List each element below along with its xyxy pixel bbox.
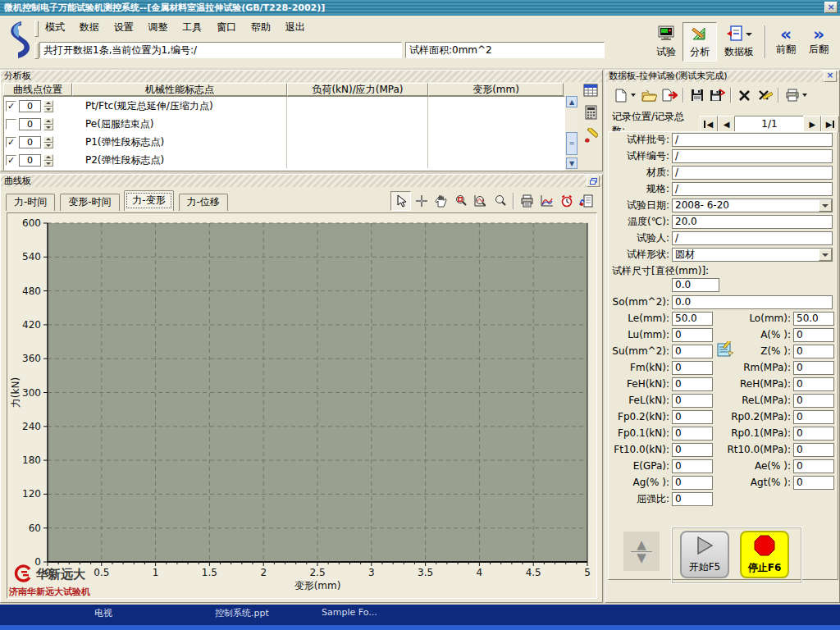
new-record-button[interactable] [610,85,631,105]
analysis-view-button[interactable]: 分析 [682,22,717,62]
taskbar-item[interactable]: 控制系统.ppt [215,607,269,619]
zoom-out-button[interactable] [491,192,509,210]
curve-report-button[interactable] [577,192,596,210]
fp02-field[interactable]: 0 [672,410,713,424]
test-date-select[interactable]: 2008- 6-20 [672,199,833,212]
menu-settings[interactable]: 设置 [108,21,139,34]
print-report-button[interactable] [782,85,802,105]
zoom-in-region-button[interactable] [451,192,470,210]
position-spinner[interactable]: 0 [19,100,41,112]
lo-field[interactable]: 50.0 [793,312,834,326]
tab-force-displacement[interactable]: 力-位移 [179,194,228,211]
agt-field[interactable]: 0 [793,476,834,490]
window-close-button[interactable]: × [824,2,838,13]
open-record-button[interactable] [639,85,660,105]
shape-dropdown-icon[interactable] [819,249,832,261]
ae-field[interactable]: 0 [793,459,834,473]
curve-overlay-button[interactable] [537,192,556,210]
specimen-no-field[interactable]: / [672,149,833,163]
ft10-field[interactable]: 0 [672,443,713,457]
taskbar-item[interactable]: 电视 [94,607,112,619]
scroll-down-icon[interactable]: ▼ [566,158,578,169]
reh-field[interactable]: 0 [793,377,834,391]
rel-field[interactable]: 0 [793,394,834,408]
shape-select[interactable]: 圆材 [672,248,833,262]
next-page-button[interactable]: » 后翻 [802,23,835,61]
menu-data[interactable]: 数据 [74,21,105,34]
menu-adjust[interactable]: 调整 [142,21,173,34]
save-as-button[interactable] [707,85,728,105]
menu-window[interactable]: 窗口 [211,21,242,34]
data-panel-close-button[interactable]: × [824,71,837,82]
delete-all-button[interactable] [755,85,775,105]
export-record-button[interactable] [660,85,680,105]
crosshair-tool-button[interactable] [412,192,431,210]
row-checkbox[interactable] [6,101,16,112]
edit-pencil-icon[interactable] [583,128,598,145]
timer-tool-button[interactable] [557,192,576,210]
operator-field[interactable]: / [672,231,833,245]
su-field[interactable]: 0 [672,345,713,358]
position-spinner[interactable]: 0 [19,118,41,130]
prev-record-button[interactable]: ◀ [718,116,736,132]
rm-field[interactable]: 0 [793,361,834,375]
new-record-caret[interactable] [631,94,636,97]
next-record-button[interactable]: ▶ [803,116,821,132]
spinner-buttons[interactable] [43,100,53,112]
fm-field[interactable]: 0 [672,361,713,375]
scroll-up-icon[interactable]: ▲ [566,96,578,107]
crosshead-jog-button[interactable]: ▲ ▼ [623,532,660,571]
ag-field[interactable]: 0 [672,476,713,490]
row-checkbox[interactable] [6,155,16,166]
save-record-button[interactable] [687,85,707,105]
tab-force-time[interactable]: 力-时间 [6,194,55,211]
position-spinner[interactable]: 0 [19,154,41,167]
e-field[interactable]: 0 [672,459,713,473]
yield-ratio-field[interactable]: 0 [672,492,713,506]
start-button[interactable]: 开始F5 [680,531,729,578]
row-checkbox[interactable] [6,137,16,148]
result-table-icon[interactable] [583,84,598,99]
restore-window-icon[interactable] [587,176,600,187]
print-caret[interactable] [802,94,807,97]
fp01-field[interactable]: 0 [672,427,713,441]
position-spinner[interactable]: 0 [19,136,41,148]
menu-tools[interactable]: 工具 [176,21,208,34]
rp02-field[interactable]: 0 [793,410,834,424]
menu-exit[interactable]: 退出 [280,21,311,34]
lu-field[interactable]: 0 [672,328,713,342]
batch-no-field[interactable]: / [672,133,833,147]
size-field[interactable]: 0.0 [672,278,719,292]
temperature-field[interactable]: 20.0 [672,215,833,229]
stop-button[interactable]: 停止F6 [740,531,789,578]
row-checkbox[interactable] [6,119,16,130]
test-view-button[interactable]: 试验 [650,23,682,61]
spec-field[interactable]: / [672,182,833,196]
databoard-view-button[interactable]: 数据板 [717,23,761,61]
menu-mode[interactable]: 模式 [39,21,71,34]
spinner-buttons[interactable] [43,154,53,167]
last-record-button[interactable]: ▶ [821,116,839,132]
zoom-curve-button[interactable] [471,192,490,210]
feh-field[interactable]: 0 [672,377,713,391]
spinner-buttons[interactable] [43,118,53,130]
test-date-dropdown-icon[interactable] [819,199,832,212]
material-field[interactable]: / [672,166,833,180]
calculator-icon[interactable] [585,105,597,122]
so-field[interactable]: 0.0 [672,295,833,309]
fel-field[interactable]: 0 [672,394,713,408]
prev-page-button[interactable]: « 前翻 [769,23,802,61]
z-field[interactable]: 0 [793,345,834,358]
rp01-field[interactable]: 0 [793,427,834,441]
first-record-button[interactable]: ◀ [700,116,718,132]
tab-force-deform[interactable]: 力-变形 [124,190,173,211]
rt10-field[interactable]: 0 [793,443,834,457]
print-curve-button[interactable] [518,192,536,210]
table-scrollbar[interactable]: ▲ = ▼ [566,96,578,169]
cursor-tool-button[interactable] [390,191,411,211]
spinner-buttons[interactable] [43,136,53,148]
pan-tool-button[interactable] [431,192,450,210]
menu-help[interactable]: 帮助 [245,21,276,34]
dropdown-caret-icon[interactable] [746,33,752,36]
scrollbar-thumb[interactable]: = [566,132,578,155]
